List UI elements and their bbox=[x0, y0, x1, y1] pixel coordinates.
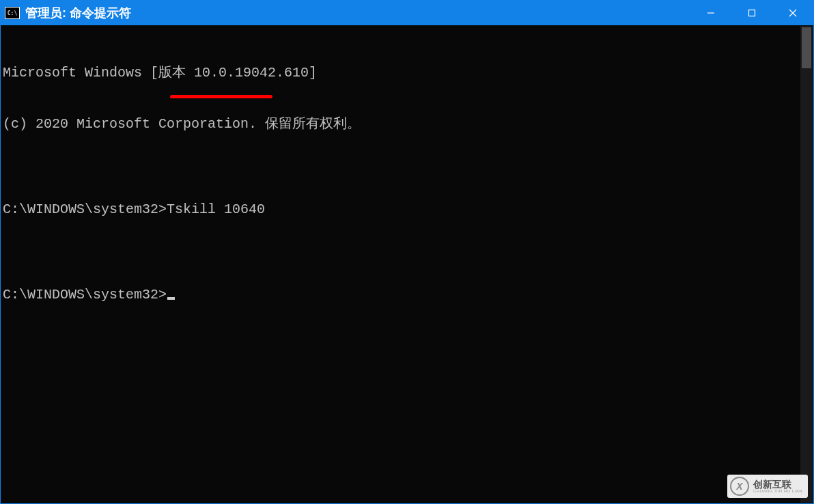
svg-rect-1 bbox=[749, 10, 755, 16]
scrollbar-thumb[interactable] bbox=[802, 27, 811, 68]
client-area: Microsoft Windows [版本 10.0.19042.610] (c… bbox=[1, 26, 813, 503]
terminal-line: (c) 2020 Microsoft Corporation. 保留所有权利。 bbox=[3, 115, 799, 132]
terminal-output[interactable]: Microsoft Windows [版本 10.0.19042.610] (c… bbox=[1, 26, 800, 503]
terminal-prompt: C:\WINDOWS\system32> bbox=[3, 286, 799, 303]
annotation-underline bbox=[170, 95, 272, 98]
close-button[interactable] bbox=[772, 1, 813, 25]
terminal-line: Microsoft Windows [版本 10.0.19042.610] bbox=[3, 64, 799, 81]
minimize-button[interactable] bbox=[690, 1, 731, 25]
maximize-button[interactable] bbox=[731, 1, 772, 25]
watermark-subtext: CHUANG XIN HU LIAN bbox=[753, 489, 802, 493]
cursor bbox=[167, 297, 175, 300]
window-controls bbox=[690, 1, 813, 25]
vertical-scrollbar[interactable] bbox=[800, 26, 813, 503]
prompt-text: C:\WINDOWS\system32> bbox=[3, 287, 167, 303]
watermark: X 创新互联 CHUANG XIN HU LIAN bbox=[727, 475, 808, 498]
close-icon bbox=[789, 9, 797, 17]
window-frame: C:\ 管理员: 命令提示符 Microsoft Win bbox=[0, 0, 814, 504]
watermark-text: 创新互联 bbox=[753, 479, 802, 489]
minimize-icon bbox=[707, 9, 715, 17]
terminal-line: C:\WINDOWS\system32>Tskill 10640 bbox=[3, 201, 799, 218]
watermark-logo-icon: X bbox=[730, 477, 749, 496]
app-icon: C:\ bbox=[5, 7, 20, 19]
titlebar[interactable]: C:\ 管理员: 命令提示符 bbox=[1, 1, 813, 25]
maximize-icon bbox=[748, 9, 756, 17]
window-title: 管理员: 命令提示符 bbox=[25, 5, 690, 21]
